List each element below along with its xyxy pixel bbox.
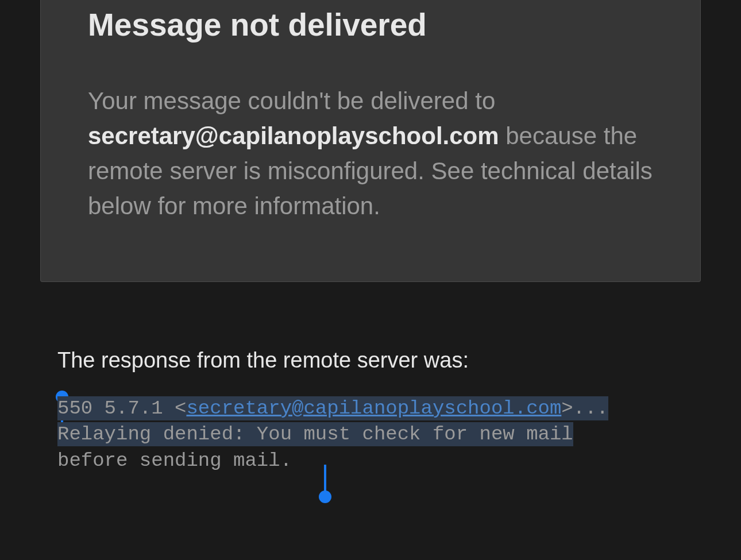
code-line2: Relaying denied: You must check for new … (57, 422, 573, 446)
bounce-message-card: Message not delivered Your message could… (40, 0, 701, 282)
smtp-response-code[interactable]: 550 5.7.1 <secretary@capilanoplayschool.… (57, 396, 684, 475)
response-label: The response from the remote server was: (57, 348, 684, 373)
error-body: Your message couldn't be delivered to se… (88, 84, 654, 224)
code-line3: before sending mail. (57, 448, 684, 474)
selected-text-region[interactable]: 550 5.7.1 <secretary@capilanoplayschool.… (57, 396, 684, 475)
selection-handle-end-icon[interactable] (319, 491, 331, 503)
recipient-email: secretary@capilanoplayschool.com (88, 122, 499, 149)
body-prefix: Your message couldn't be delivered to (88, 87, 495, 114)
code-prefix: 550 5.7.1 < (57, 397, 186, 419)
error-title: Message not delivered (88, 0, 654, 44)
recipient-link[interactable]: secretary@capilanoplayschool.com (186, 397, 561, 419)
technical-details: The response from the remote server was:… (40, 282, 701, 475)
code-after-link: >... (561, 397, 608, 419)
